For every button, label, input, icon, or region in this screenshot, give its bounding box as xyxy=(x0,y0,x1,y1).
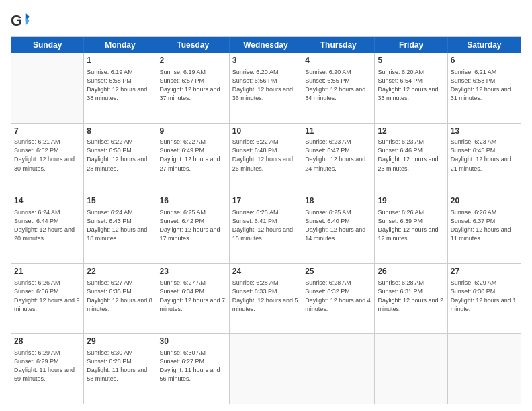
day-number: 13 xyxy=(451,126,518,137)
calendar-cell: 7Sunrise: 6:21 AMSunset: 6:52 PMDaylight… xyxy=(11,124,84,193)
calendar-cell: 30Sunrise: 6:30 AMSunset: 6:27 PMDayligh… xyxy=(157,334,230,404)
day-number: 3 xyxy=(232,55,299,66)
calendar-cell: 1Sunrise: 6:19 AMSunset: 6:58 PMDaylight… xyxy=(84,53,157,123)
day-number: 16 xyxy=(160,195,226,207)
logo-icon: G xyxy=(11,11,30,30)
calendar-cell: 4Sunrise: 6:20 AMSunset: 6:55 PMDaylight… xyxy=(302,53,375,123)
calendar-cell: 13Sunrise: 6:23 AMSunset: 6:45 PMDayligh… xyxy=(448,124,521,193)
calendar-cell: 16Sunrise: 6:25 AMSunset: 6:42 PMDayligh… xyxy=(157,193,230,263)
day-number: 24 xyxy=(232,266,299,277)
day-number: 27 xyxy=(451,266,518,277)
day-number: 5 xyxy=(378,55,444,66)
cell-info: Sunrise: 6:22 AMSunset: 6:48 PMDaylight:… xyxy=(232,138,299,173)
calendar-cell: 12Sunrise: 6:23 AMSunset: 6:46 PMDayligh… xyxy=(375,124,447,193)
calendar-row-4: 21Sunrise: 6:26 AMSunset: 6:36 PMDayligh… xyxy=(11,263,521,334)
calendar-row-1: 1Sunrise: 6:19 AMSunset: 6:58 PMDaylight… xyxy=(11,53,521,123)
cell-info: Sunrise: 6:23 AMSunset: 6:47 PMDaylight:… xyxy=(305,138,371,173)
calendar-cell: 20Sunrise: 6:26 AMSunset: 6:37 PMDayligh… xyxy=(448,193,521,263)
day-number: 20 xyxy=(451,195,518,207)
cell-info: Sunrise: 6:22 AMSunset: 6:50 PMDaylight:… xyxy=(87,138,153,173)
day-number: 18 xyxy=(305,195,371,207)
cell-info: Sunrise: 6:29 AMSunset: 6:30 PMDaylight:… xyxy=(451,279,518,314)
day-number: 21 xyxy=(14,266,81,277)
calendar-header-thursday: Thursday xyxy=(302,37,375,53)
day-number: 14 xyxy=(14,195,81,207)
calendar-cell: 5Sunrise: 6:20 AMSunset: 6:54 PMDaylight… xyxy=(375,53,447,123)
cell-info: Sunrise: 6:24 AMSunset: 6:44 PMDaylight:… xyxy=(14,208,81,243)
calendar-body: 1Sunrise: 6:19 AMSunset: 6:58 PMDaylight… xyxy=(11,53,521,404)
calendar-row-3: 14Sunrise: 6:24 AMSunset: 6:44 PMDayligh… xyxy=(11,193,521,263)
day-number: 11 xyxy=(305,126,371,137)
day-number: 6 xyxy=(451,55,518,66)
day-number: 28 xyxy=(14,336,81,347)
calendar-row-5: 28Sunrise: 6:29 AMSunset: 6:29 PMDayligh… xyxy=(11,333,521,404)
header: G xyxy=(11,11,521,30)
calendar-header-tuesday: Tuesday xyxy=(157,37,230,53)
page: G SundayMondayTuesdayWednesdayThursdayFr… xyxy=(0,0,532,411)
calendar-header-friday: Friday xyxy=(375,37,447,53)
cell-info: Sunrise: 6:28 AMSunset: 6:32 PMDaylight:… xyxy=(305,279,371,314)
day-number: 30 xyxy=(160,336,226,347)
cell-info: Sunrise: 6:23 AMSunset: 6:45 PMDaylight:… xyxy=(451,138,518,173)
calendar-cell xyxy=(375,334,447,404)
calendar-cell xyxy=(448,334,521,404)
calendar-cell: 10Sunrise: 6:22 AMSunset: 6:48 PMDayligh… xyxy=(230,124,302,193)
day-number: 4 xyxy=(305,55,371,66)
calendar-cell xyxy=(302,334,375,404)
calendar-cell: 3Sunrise: 6:20 AMSunset: 6:56 PMDaylight… xyxy=(230,53,302,123)
calendar-header-sunday: Sunday xyxy=(11,37,84,53)
calendar-cell: 11Sunrise: 6:23 AMSunset: 6:47 PMDayligh… xyxy=(302,124,375,193)
cell-info: Sunrise: 6:25 AMSunset: 6:42 PMDaylight:… xyxy=(160,208,226,243)
cell-info: Sunrise: 6:19 AMSunset: 6:58 PMDaylight:… xyxy=(87,68,153,103)
day-number: 9 xyxy=(160,126,226,137)
cell-info: Sunrise: 6:26 AMSunset: 6:39 PMDaylight:… xyxy=(378,208,444,243)
cell-info: Sunrise: 6:26 AMSunset: 6:37 PMDaylight:… xyxy=(451,208,518,243)
cell-info: Sunrise: 6:28 AMSunset: 6:33 PMDaylight:… xyxy=(232,279,299,314)
cell-info: Sunrise: 6:25 AMSunset: 6:40 PMDaylight:… xyxy=(305,208,371,243)
calendar-cell: 8Sunrise: 6:22 AMSunset: 6:50 PMDaylight… xyxy=(84,124,157,193)
cell-info: Sunrise: 6:21 AMSunset: 6:53 PMDaylight:… xyxy=(451,68,518,103)
calendar-cell: 21Sunrise: 6:26 AMSunset: 6:36 PMDayligh… xyxy=(11,264,84,334)
cell-info: Sunrise: 6:24 AMSunset: 6:43 PMDaylight:… xyxy=(87,208,153,243)
calendar-cell xyxy=(11,53,84,123)
cell-info: Sunrise: 6:29 AMSunset: 6:29 PMDaylight:… xyxy=(14,349,81,383)
day-number: 22 xyxy=(87,266,153,277)
day-number: 23 xyxy=(160,266,226,277)
calendar-cell: 18Sunrise: 6:25 AMSunset: 6:40 PMDayligh… xyxy=(302,193,375,263)
cell-info: Sunrise: 6:21 AMSunset: 6:52 PMDaylight:… xyxy=(14,138,81,173)
day-number: 29 xyxy=(87,336,153,347)
day-number: 2 xyxy=(160,55,226,66)
calendar-cell: 24Sunrise: 6:28 AMSunset: 6:33 PMDayligh… xyxy=(230,264,302,334)
calendar-cell: 27Sunrise: 6:29 AMSunset: 6:30 PMDayligh… xyxy=(448,264,521,334)
logo: G xyxy=(11,11,32,30)
cell-info: Sunrise: 6:27 AMSunset: 6:35 PMDaylight:… xyxy=(87,279,153,314)
calendar-cell: 14Sunrise: 6:24 AMSunset: 6:44 PMDayligh… xyxy=(11,193,84,263)
calendar-cell: 9Sunrise: 6:22 AMSunset: 6:49 PMDaylight… xyxy=(157,124,230,193)
cell-info: Sunrise: 6:20 AMSunset: 6:55 PMDaylight:… xyxy=(305,68,371,103)
day-number: 1 xyxy=(87,55,153,66)
day-number: 12 xyxy=(378,126,444,137)
calendar-header: SundayMondayTuesdayWednesdayThursdayFrid… xyxy=(11,37,521,53)
cell-info: Sunrise: 6:25 AMSunset: 6:41 PMDaylight:… xyxy=(232,208,299,243)
day-number: 25 xyxy=(305,266,371,277)
calendar: SundayMondayTuesdayWednesdayThursdayFrid… xyxy=(11,36,521,404)
calendar-cell: 6Sunrise: 6:21 AMSunset: 6:53 PMDaylight… xyxy=(448,53,521,123)
calendar-cell: 25Sunrise: 6:28 AMSunset: 6:32 PMDayligh… xyxy=(302,264,375,334)
calendar-header-saturday: Saturday xyxy=(448,37,521,53)
calendar-cell: 17Sunrise: 6:25 AMSunset: 6:41 PMDayligh… xyxy=(230,193,302,263)
cell-info: Sunrise: 6:28 AMSunset: 6:31 PMDaylight:… xyxy=(378,279,444,314)
cell-info: Sunrise: 6:20 AMSunset: 6:54 PMDaylight:… xyxy=(378,68,444,103)
cell-info: Sunrise: 6:27 AMSunset: 6:34 PMDaylight:… xyxy=(160,279,226,314)
day-number: 26 xyxy=(378,266,444,277)
cell-info: Sunrise: 6:22 AMSunset: 6:49 PMDaylight:… xyxy=(160,138,226,173)
calendar-cell: 22Sunrise: 6:27 AMSunset: 6:35 PMDayligh… xyxy=(84,264,157,334)
cell-info: Sunrise: 6:20 AMSunset: 6:56 PMDaylight:… xyxy=(232,68,299,103)
cell-info: Sunrise: 6:30 AMSunset: 6:28 PMDaylight:… xyxy=(87,349,153,383)
calendar-header-wednesday: Wednesday xyxy=(230,37,302,53)
calendar-cell: 2Sunrise: 6:19 AMSunset: 6:57 PMDaylight… xyxy=(157,53,230,123)
svg-text:G: G xyxy=(11,12,22,29)
cell-info: Sunrise: 6:23 AMSunset: 6:46 PMDaylight:… xyxy=(378,138,444,173)
calendar-cell: 19Sunrise: 6:26 AMSunset: 6:39 PMDayligh… xyxy=(375,193,447,263)
day-number: 15 xyxy=(87,195,153,207)
day-number: 10 xyxy=(232,126,299,137)
